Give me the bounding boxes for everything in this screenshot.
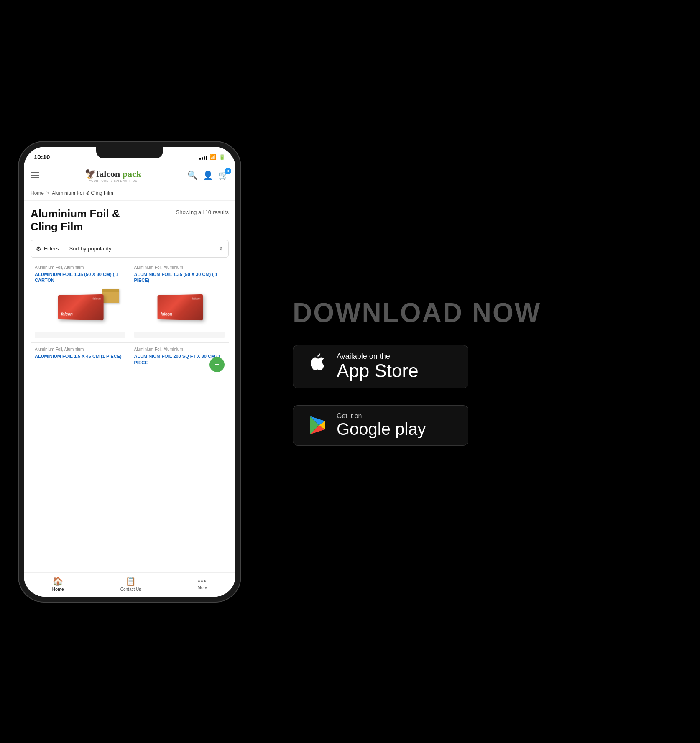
category-header: Aluminium Foil & Cling Film Showing all … <box>24 201 235 237</box>
sort-selector[interactable]: Sort by popularity ⇕ <box>69 245 223 252</box>
product-category: Aluminium Foil, Aluminium <box>35 265 125 270</box>
app-store-available-text: Available on the <box>337 352 419 361</box>
product-price <box>35 332 125 338</box>
contact-nav-label: Contact Us <box>120 587 141 592</box>
phone-scroll: Aluminium Foil & Cling Film Showing all … <box>24 201 235 402</box>
product-card[interactable]: Aluminium Foil, Aluminium ALUMINIUM FOIL… <box>31 343 130 376</box>
nav-contact[interactable]: 📋 Contact Us <box>120 576 141 592</box>
contact-nav-icon: 📋 <box>125 576 136 586</box>
cart-button[interactable]: 🛒 0 <box>218 170 229 180</box>
hamburger-line <box>31 175 39 176</box>
status-time: 10:10 <box>34 153 50 161</box>
product-card[interactable]: Aluminium Foil, Aluminium ALUMINIUM FOIL… <box>31 261 130 343</box>
app-store-badge[interactable]: Available on the App Store <box>293 345 468 388</box>
phone-notch <box>96 147 163 158</box>
wifi-icon: 📶 <box>209 154 216 160</box>
product-category: Aluminium Foil, Aluminium <box>134 265 225 270</box>
home-nav-icon: 🏠 <box>53 576 63 586</box>
category-title: Aluminium Foil & Cling Film <box>31 207 123 233</box>
phone-content: Aluminium Foil & Cling Film Showing all … <box>24 201 235 402</box>
logo-tagline: YOUR FOOD IS SAFE WITH US <box>89 179 137 182</box>
sort-arrow-icon: ⇕ <box>219 246 223 252</box>
sort-label: Sort by popularity <box>69 245 111 252</box>
product-grid: Aluminium Foil, Aluminium ALUMINIUM FOIL… <box>31 261 229 377</box>
phone-frame: 10:10 📶 🔋 <box>19 142 240 602</box>
breadcrumb-separator: > <box>46 190 49 196</box>
breadcrumb: Home > Aluminium Foil & Cling Film <box>24 186 235 201</box>
product-name: ALUMINIUM FOIL 1.35 (50 X 30 CM) ( 1 PIE… <box>134 271 225 283</box>
product-category: Aluminium Foil, Aluminium <box>134 347 225 352</box>
foil-box-image: falcon <box>157 294 203 320</box>
hamburger-line <box>31 172 39 173</box>
header-actions: 🔍 👤 🛒 0 <box>187 170 229 180</box>
logo[interactable]: 🦅falcon pack YOUR FOOD IS SAFE WITH US <box>85 169 141 182</box>
google-play-name: Google play <box>337 420 426 439</box>
product-card[interactable]: Aluminium Foil, Aluminium ALUMINIUM FOIL… <box>130 343 229 376</box>
account-button[interactable]: 👤 <box>203 170 213 180</box>
product-name: ALUMINIUM FOIL 1.35 (50 X 30 CM) ( 1 CAR… <box>35 271 125 283</box>
logo-falcon: 🦅falcon <box>85 169 123 179</box>
google-play-icon <box>307 414 328 436</box>
filter-bar[interactable]: ⚙ Filters Sort by popularity ⇕ <box>31 240 229 258</box>
more-nav-label: More <box>198 585 207 590</box>
product-image: falcon <box>35 286 125 328</box>
foil-label: falcon <box>93 297 101 300</box>
product-category: Aluminium Foil, Aluminium <box>35 347 125 352</box>
filter-icon: ⚙ <box>36 245 41 252</box>
download-area: DOWNLOAD NOW Available on the App Store … <box>259 0 700 743</box>
filter-button[interactable]: ⚙ Filters <box>36 245 59 252</box>
breadcrumb-current: Aluminium Foil & Cling Film <box>52 190 113 196</box>
apple-icon <box>307 353 328 380</box>
nav-more[interactable]: ••• More <box>198 578 207 590</box>
foil-label: falcon <box>192 297 200 300</box>
product-card[interactable]: Aluminium Foil, Aluminium ALUMINIUM FOIL… <box>130 261 229 343</box>
logo-pack: pack <box>123 169 141 179</box>
logo-text: 🦅falcon pack <box>85 169 141 179</box>
product-price <box>134 332 225 338</box>
add-to-cart-button[interactable]: + <box>209 357 225 372</box>
nav-home[interactable]: 🏠 Home <box>52 576 64 592</box>
product-image: falcon <box>134 286 225 328</box>
bottom-navigation: 🏠 Home 📋 Contact Us ••• More <box>24 572 235 597</box>
status-icons: 📶 🔋 <box>199 154 225 160</box>
google-play-text: Get it on Google play <box>337 412 426 439</box>
app-header: 🦅falcon pack YOUR FOOD IS SAFE WITH US 🔍… <box>24 165 235 186</box>
home-nav-label: Home <box>52 587 64 592</box>
filter-label: Filters <box>44 245 59 252</box>
search-button[interactable]: 🔍 <box>187 170 198 180</box>
more-nav-icon: ••• <box>198 578 207 585</box>
google-play-available-text: Get it on <box>337 412 426 420</box>
google-play-badge[interactable]: Get it on Google play <box>293 405 468 446</box>
app-store-text: Available on the App Store <box>337 352 419 381</box>
product-name: ALUMINIUM FOIL 1.5 X 45 CM (1 PIECE) <box>35 353 125 359</box>
app-store-name: App Store <box>337 361 419 381</box>
download-title: DOWNLOAD NOW <box>293 297 541 328</box>
phone-screen: 10:10 📶 🔋 <box>24 147 235 597</box>
breadcrumb-home[interactable]: Home <box>31 190 44 196</box>
hamburger-menu-button[interactable] <box>31 172 39 178</box>
foil-box-image: falcon <box>58 294 104 320</box>
battery-icon: 🔋 <box>219 154 225 160</box>
filter-separator <box>64 245 64 253</box>
signal-icon <box>199 155 207 160</box>
results-count: Showing all 10 results <box>176 207 229 215</box>
cart-badge: 0 <box>225 168 231 174</box>
phone-mockup-area: 10:10 📶 🔋 <box>0 0 259 743</box>
carton-image <box>102 289 119 303</box>
hamburger-line <box>31 177 39 178</box>
